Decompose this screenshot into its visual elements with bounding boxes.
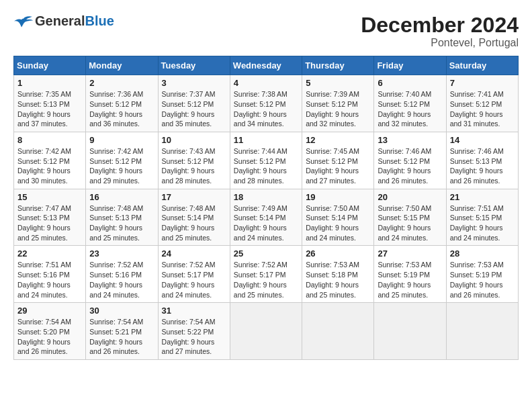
day-number: 6 [378,78,442,88]
day-number: 13 [378,135,442,145]
calendar-cell: 19Sunrise: 7:50 AMSunset: 5:14 PMDayligh… [302,189,374,246]
calendar-cell: 5Sunrise: 7:39 AMSunset: 5:12 PMDaylight… [302,75,374,132]
day-number: 18 [234,192,298,202]
day-number: 10 [162,135,226,145]
calendar-cell: 23Sunrise: 7:52 AMSunset: 5:16 PMDayligh… [86,246,158,303]
calendar-cell: 15Sunrise: 7:47 AMSunset: 5:13 PMDayligh… [14,189,86,246]
calendar-week-5: 29Sunrise: 7:54 AMSunset: 5:20 PMDayligh… [14,303,519,360]
weekday-header-wednesday: Wednesday [230,56,302,75]
logo-bird-icon [13,15,34,28]
calendar-cell [374,303,446,360]
day-info: Sunrise: 7:41 AMSunset: 5:12 PMDaylight:… [450,90,504,128]
calendar-cell: 28Sunrise: 7:53 AMSunset: 5:19 PMDayligh… [446,246,518,303]
day-info: Sunrise: 7:51 AMSunset: 5:15 PMDaylight:… [450,204,504,242]
calendar-cell: 29Sunrise: 7:54 AMSunset: 5:20 PMDayligh… [14,303,86,360]
day-number: 8 [17,135,82,145]
calendar-cell: 12Sunrise: 7:45 AMSunset: 5:12 PMDayligh… [302,132,374,189]
logo-blue: Blue [85,13,114,28]
day-number: 27 [378,248,442,259]
day-info: Sunrise: 7:47 AMSunset: 5:13 PMDaylight:… [17,204,71,242]
day-info: Sunrise: 7:53 AMSunset: 5:19 PMDaylight:… [378,261,431,298]
day-info: Sunrise: 7:40 AMSunset: 5:12 PMDaylight:… [378,90,431,128]
calendar-table: SundayMondayTuesdayWednesdayThursdayFrid… [13,56,519,360]
day-number: 29 [17,306,82,316]
day-info: Sunrise: 7:48 AMSunset: 5:13 PMDaylight:… [89,204,143,242]
day-info: Sunrise: 7:49 AMSunset: 5:14 PMDaylight:… [234,204,287,242]
calendar-week-4: 22Sunrise: 7:51 AMSunset: 5:16 PMDayligh… [14,246,519,303]
calendar-cell: 1Sunrise: 7:35 AMSunset: 5:13 PMDaylight… [14,75,86,132]
day-info: Sunrise: 7:54 AMSunset: 5:20 PMDaylight:… [17,318,71,355]
calendar-cell: 26Sunrise: 7:53 AMSunset: 5:18 PMDayligh… [302,246,374,303]
weekday-header-friday: Friday [374,56,446,75]
calendar-cell: 7Sunrise: 7:41 AMSunset: 5:12 PMDaylight… [446,75,518,132]
day-number: 2 [89,78,154,88]
day-number: 16 [89,192,154,202]
day-number: 11 [234,135,298,145]
day-number: 20 [378,192,442,202]
calendar-cell [302,303,374,360]
calendar-cell: 4Sunrise: 7:38 AMSunset: 5:12 PMDaylight… [230,75,302,132]
day-info: Sunrise: 7:53 AMSunset: 5:19 PMDaylight:… [450,261,504,298]
day-info: Sunrise: 7:39 AMSunset: 5:12 PMDaylight:… [306,90,359,128]
logo: GeneralBlue [13,13,114,29]
day-info: Sunrise: 7:48 AMSunset: 5:14 PMDaylight:… [162,204,216,242]
day-number: 23 [89,248,154,259]
calendar-cell: 31Sunrise: 7:54 AMSunset: 5:22 PMDayligh… [158,303,230,360]
calendar-cell: 20Sunrise: 7:50 AMSunset: 5:15 PMDayligh… [374,189,446,246]
day-info: Sunrise: 7:51 AMSunset: 5:16 PMDaylight:… [17,261,71,298]
calendar-cell: 30Sunrise: 7:54 AMSunset: 5:21 PMDayligh… [86,303,158,360]
day-info: Sunrise: 7:35 AMSunset: 5:13 PMDaylight:… [17,90,71,128]
day-number: 3 [162,78,226,88]
day-info: Sunrise: 7:52 AMSunset: 5:16 PMDaylight:… [89,261,143,298]
weekday-header-monday: Monday [86,56,158,75]
day-number: 4 [234,78,298,88]
calendar-cell: 3Sunrise: 7:37 AMSunset: 5:12 PMDaylight… [158,75,230,132]
day-info: Sunrise: 7:46 AMSunset: 5:13 PMDaylight:… [450,147,504,185]
day-number: 14 [450,135,515,145]
day-info: Sunrise: 7:53 AMSunset: 5:18 PMDaylight:… [306,261,359,298]
calendar-cell: 2Sunrise: 7:36 AMSunset: 5:12 PMDaylight… [86,75,158,132]
day-number: 1 [17,78,82,88]
day-info: Sunrise: 7:52 AMSunset: 5:17 PMDaylight:… [234,261,287,298]
calendar-cell: 11Sunrise: 7:44 AMSunset: 5:12 PMDayligh… [230,132,302,189]
day-info: Sunrise: 7:50 AMSunset: 5:14 PMDaylight:… [306,204,359,242]
calendar-cell: 6Sunrise: 7:40 AMSunset: 5:12 PMDaylight… [374,75,446,132]
day-info: Sunrise: 7:42 AMSunset: 5:12 PMDaylight:… [89,147,143,185]
day-number: 28 [450,248,515,259]
weekday-header-thursday: Thursday [302,56,374,75]
weekday-header-saturday: Saturday [446,56,518,75]
day-number: 15 [17,192,82,202]
day-info: Sunrise: 7:38 AMSunset: 5:12 PMDaylight:… [234,90,287,128]
day-info: Sunrise: 7:45 AMSunset: 5:12 PMDaylight:… [306,147,359,185]
day-number: 17 [162,192,226,202]
day-number: 9 [89,135,154,145]
calendar-cell: 18Sunrise: 7:49 AMSunset: 5:14 PMDayligh… [230,189,302,246]
calendar-cell: 24Sunrise: 7:52 AMSunset: 5:17 PMDayligh… [158,246,230,303]
calendar-cell: 14Sunrise: 7:46 AMSunset: 5:13 PMDayligh… [446,132,518,189]
title-block: December 2024 Pontevel, Portugal [361,13,519,49]
calendar-cell: 25Sunrise: 7:52 AMSunset: 5:17 PMDayligh… [230,246,302,303]
day-number: 5 [306,78,370,88]
weekday-header-tuesday: Tuesday [158,56,230,75]
calendar-week-1: 1Sunrise: 7:35 AMSunset: 5:13 PMDaylight… [14,75,519,132]
calendar-subtitle: Pontevel, Portugal [361,37,519,49]
logo-general: General [35,13,85,28]
day-info: Sunrise: 7:54 AMSunset: 5:21 PMDaylight:… [89,318,143,355]
day-number: 25 [234,248,298,259]
calendar-cell: 22Sunrise: 7:51 AMSunset: 5:16 PMDayligh… [14,246,86,303]
day-number: 24 [162,248,226,259]
calendar-cell: 10Sunrise: 7:43 AMSunset: 5:12 PMDayligh… [158,132,230,189]
calendar-cell [446,303,518,360]
day-number: 21 [450,192,515,202]
calendar-week-2: 8Sunrise: 7:42 AMSunset: 5:12 PMDaylight… [14,132,519,189]
calendar-cell: 27Sunrise: 7:53 AMSunset: 5:19 PMDayligh… [374,246,446,303]
day-info: Sunrise: 7:42 AMSunset: 5:12 PMDaylight:… [17,147,71,185]
day-info: Sunrise: 7:36 AMSunset: 5:12 PMDaylight:… [89,90,143,128]
day-info: Sunrise: 7:44 AMSunset: 5:12 PMDaylight:… [234,147,287,185]
day-number: 22 [17,248,82,259]
calendar-cell: 8Sunrise: 7:42 AMSunset: 5:12 PMDaylight… [14,132,86,189]
day-number: 19 [306,192,370,202]
day-info: Sunrise: 7:37 AMSunset: 5:12 PMDaylight:… [162,90,216,128]
day-info: Sunrise: 7:52 AMSunset: 5:17 PMDaylight:… [162,261,216,298]
calendar-cell: 17Sunrise: 7:48 AMSunset: 5:14 PMDayligh… [158,189,230,246]
